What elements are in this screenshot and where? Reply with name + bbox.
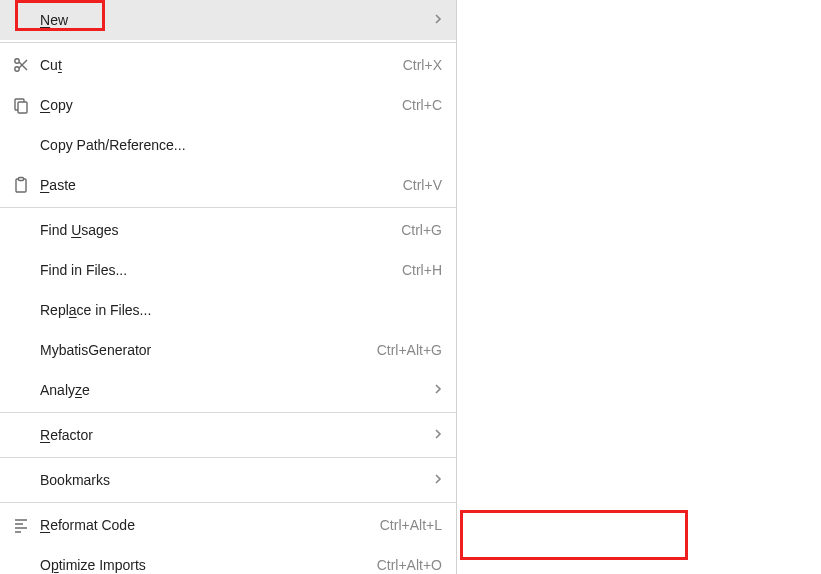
- menu-item-shortcut: Ctrl+V: [403, 177, 442, 193]
- annotation-highlight-freemarker: [460, 510, 688, 560]
- menu-item-reformat[interactable]: Reformat CodeCtrl+Alt+L: [0, 505, 456, 545]
- menu-item-new[interactable]: New: [0, 0, 456, 40]
- menu-item-shortcut: Ctrl+Alt+O: [377, 557, 442, 573]
- menu-item-label: Find in Files...: [40, 262, 127, 278]
- chevron-right-icon: [434, 472, 442, 488]
- context-menu-left: NewCutCtrl+XCopyCtrl+CCopy Path/Referenc…: [0, 0, 457, 574]
- menu-item-analyze[interactable]: Analyze: [0, 370, 456, 410]
- menu-item-paste[interactable]: PasteCtrl+V: [0, 165, 456, 205]
- menu-item-copy[interactable]: CopyCtrl+C: [0, 85, 456, 125]
- menu-item-refactor[interactable]: Refactor: [0, 415, 456, 455]
- svg-point-0: [15, 59, 19, 63]
- menu-item-label: Bookmarks: [40, 472, 110, 488]
- menu-item-label: Find Usages: [40, 222, 119, 238]
- chevron-right-icon: [434, 382, 442, 398]
- menu-item-label: Paste: [40, 177, 76, 193]
- menu-item-label: New: [40, 12, 68, 28]
- menu-item-label: Copy: [40, 97, 73, 113]
- svg-rect-5: [19, 178, 24, 181]
- menu-item-label: Cut: [40, 57, 62, 73]
- chevron-right-icon: [434, 427, 442, 443]
- svg-rect-3: [18, 102, 27, 113]
- menu-item-cut[interactable]: CutCtrl+X: [0, 45, 456, 85]
- menu-item-findinfiles[interactable]: Find in Files...Ctrl+H: [0, 250, 456, 290]
- menu-separator: [0, 42, 456, 43]
- menu-item-replaceinfiles[interactable]: Replace in Files...: [0, 290, 456, 330]
- reformat-icon: [12, 516, 40, 534]
- chevron-right-icon: [434, 12, 442, 28]
- menu-item-mybatisgen[interactable]: MybatisGeneratorCtrl+Alt+G: [0, 330, 456, 370]
- menu-item-label: Reformat Code: [40, 517, 135, 533]
- scissors-icon: [12, 56, 40, 74]
- menu-item-optimize[interactable]: Optimize ImportsCtrl+Alt+O: [0, 545, 456, 574]
- menu-item-shortcut: Ctrl+C: [402, 97, 442, 113]
- menu-item-label: Refactor: [40, 427, 93, 443]
- menu-item-findusages[interactable]: Find UsagesCtrl+G: [0, 210, 456, 250]
- menu-separator: [0, 502, 456, 503]
- menu-item-shortcut: Ctrl+Alt+G: [377, 342, 442, 358]
- menu-item-shortcut: Ctrl+H: [402, 262, 442, 278]
- menu-item-bookmarks[interactable]: Bookmarks: [0, 460, 456, 500]
- menu-item-label: Copy Path/Reference...: [40, 137, 186, 153]
- menu-separator: [0, 457, 456, 458]
- menu-item-copypath[interactable]: Copy Path/Reference...: [0, 125, 456, 165]
- menu-item-shortcut: Ctrl+X: [403, 57, 442, 73]
- menu-item-label: Analyze: [40, 382, 90, 398]
- menu-item-label: Replace in Files...: [40, 302, 151, 318]
- copy-icon: [12, 96, 40, 114]
- menu-item-shortcut: Ctrl+Alt+L: [380, 517, 442, 533]
- menu-item-label: MybatisGenerator: [40, 342, 151, 358]
- menu-item-shortcut: Ctrl+G: [401, 222, 442, 238]
- menu-separator: [0, 207, 456, 208]
- clipboard-icon: [12, 176, 40, 194]
- svg-point-1: [15, 67, 19, 71]
- menu-separator: [0, 412, 456, 413]
- menu-item-label: Optimize Imports: [40, 557, 146, 573]
